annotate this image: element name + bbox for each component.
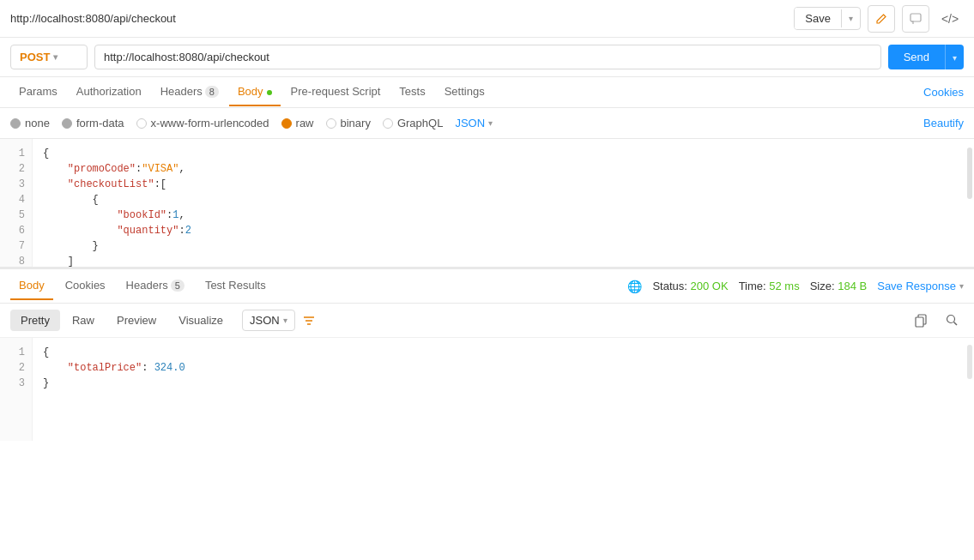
comment-icon (910, 13, 922, 25)
request-line-numbers: 1 2 3 4 5 6 7 8 (0, 139, 33, 267)
save-dropdown-button[interactable]: ▾ (841, 9, 860, 27)
method-select[interactable]: POST ▾ (10, 45, 88, 69)
beautify-button[interactable]: Beautify (923, 117, 964, 129)
code-line-3: "checkoutList":[ (43, 177, 964, 192)
tab-authorization[interactable]: Authorization (68, 78, 150, 106)
radio-circle-binary (326, 118, 336, 129)
response-status-area: 🌐 Status: 200 OK Time: 52 ms Size: 184 B… (627, 280, 964, 293)
send-button-group: Send ▾ (888, 45, 964, 69)
response-code-content: { "totalPrice": 324.0 } (33, 338, 974, 441)
response-tab-headers[interactable]: Headers5 (118, 272, 193, 300)
svg-rect-5 (916, 317, 923, 327)
format-tab-visualize[interactable]: Visualize (168, 310, 233, 331)
tab-prerequest[interactable]: Pre-request Script (282, 78, 390, 106)
editor-scrollbar[interactable] (967, 148, 972, 199)
save-button[interactable]: Save (795, 8, 841, 29)
status-text: Status: 200 OK (652, 280, 728, 292)
title-bar-actions: Save ▾ </> (794, 5, 964, 33)
radio-circle-form-data (62, 118, 72, 129)
radio-binary[interactable]: binary (326, 117, 371, 129)
format-select-chevron-icon: ▾ (283, 316, 287, 325)
code-line-5: "bookId":1, (43, 208, 964, 223)
code-line-6: "quantity":2 (43, 223, 964, 238)
response-tab-testresults[interactable]: Test Results (197, 272, 275, 300)
cookies-link[interactable]: Cookies (923, 86, 964, 99)
svg-line-7 (953, 322, 957, 326)
code-line-8: ] (43, 254, 964, 267)
response-format-actions (909, 309, 964, 333)
response-tab-body[interactable]: Body (10, 272, 53, 300)
search-icon-button[interactable] (940, 309, 964, 333)
size-text: Size: 184 B (810, 280, 868, 292)
resp-line-1: { (43, 345, 964, 360)
send-chevron-icon: ▾ (953, 53, 957, 63)
json-chevron-icon: ▾ (488, 118, 493, 128)
response-section: Body Cookies Headers5 Test Results 🌐 Sta… (0, 268, 974, 441)
size-value: 184 B (838, 280, 867, 292)
send-dropdown-button[interactable]: ▾ (945, 45, 964, 69)
response-code-area: 1 2 3 { "totalPrice": 324.0 } (0, 338, 974, 441)
response-tabs-bar: Body Cookies Headers5 Test Results 🌐 Sta… (0, 269, 974, 304)
radio-circle-none (10, 118, 21, 129)
tab-body[interactable]: Body (229, 78, 281, 106)
request-tabs-bar: Params Authorization Headers8 Body Pre-r… (0, 77, 974, 108)
pencil-icon (875, 13, 887, 25)
url-input[interactable] (94, 45, 881, 69)
code-line-4: { (43, 192, 964, 208)
chevron-down-icon: ▾ (849, 14, 853, 23)
format-tab-pretty[interactable]: Pretty (10, 310, 60, 331)
response-headers-badge: 5 (171, 280, 185, 292)
tab-headers[interactable]: Headers8 (152, 78, 227, 106)
search-icon (946, 314, 959, 327)
response-tab-cookies[interactable]: Cookies (57, 272, 114, 300)
tab-settings[interactable]: Settings (436, 78, 493, 106)
response-scrollbar[interactable] (967, 345, 972, 379)
method-label: POST (20, 51, 50, 63)
code-line-1: { (43, 146, 964, 161)
radio-raw[interactable]: raw (281, 117, 314, 129)
save-response-chevron-icon: ▾ (959, 281, 964, 291)
time-value: 52 ms (769, 280, 799, 292)
response-line-numbers: 1 2 3 (0, 338, 33, 441)
send-button[interactable]: Send (888, 45, 945, 69)
request-code-editor[interactable]: 1 2 3 4 5 6 7 8 { "promoCode":"VISA", "c… (0, 139, 974, 268)
code-icon-button[interactable]: </> (936, 5, 964, 33)
globe-icon: 🌐 (627, 280, 642, 293)
copy-icon-button[interactable] (909, 309, 933, 333)
body-type-bar: none form-data x-www-form-urlencoded raw… (0, 108, 974, 139)
radio-circle-urlencoded (136, 118, 147, 129)
json-format-select[interactable]: JSON ▾ (455, 117, 493, 129)
svg-point-6 (947, 316, 954, 323)
method-chevron-icon: ▾ (53, 52, 57, 62)
resp-line-2: "totalPrice": 324.0 (43, 360, 964, 376)
format-tab-raw[interactable]: Raw (62, 310, 105, 331)
status-code: 200 OK (691, 280, 729, 292)
tabs-right: Cookies (923, 86, 964, 99)
comment-icon-button[interactable] (902, 5, 929, 33)
headers-badge: 8 (205, 86, 219, 98)
radio-form-data[interactable]: form-data (62, 117, 124, 129)
save-response-button[interactable]: Save Response ▾ (877, 280, 964, 292)
radio-none[interactable]: none (10, 117, 50, 129)
code-line-7: } (43, 238, 964, 254)
body-dot-indicator (267, 90, 272, 95)
request-bar: POST ▾ Send ▾ (0, 38, 974, 77)
filter-icon-button[interactable] (297, 309, 321, 333)
tab-tests[interactable]: Tests (390, 78, 433, 106)
format-tab-preview[interactable]: Preview (106, 310, 166, 331)
request-code-content[interactable]: { "promoCode":"VISA", "checkoutList":[ {… (33, 139, 974, 267)
tab-params[interactable]: Params (10, 78, 66, 106)
title-bar: http://localhost:8080/api/checkout Save … (0, 0, 974, 38)
beautify-area: Beautify (923, 117, 964, 129)
response-format-select[interactable]: JSON ▾ (242, 310, 295, 331)
radio-circle-raw (281, 118, 292, 129)
radio-urlencoded[interactable]: x-www-form-urlencoded (136, 117, 269, 129)
time-text: Time: 52 ms (739, 280, 800, 292)
copy-icon (914, 314, 928, 328)
edit-icon-button[interactable] (868, 5, 895, 33)
code-line-2: "promoCode":"VISA", (43, 161, 964, 177)
radio-graphql[interactable]: GraphQL (383, 117, 443, 129)
resp-line-3: } (43, 376, 964, 391)
title-url: http://localhost:8080/api/checkout (10, 12, 176, 25)
radio-circle-graphql (383, 118, 393, 129)
